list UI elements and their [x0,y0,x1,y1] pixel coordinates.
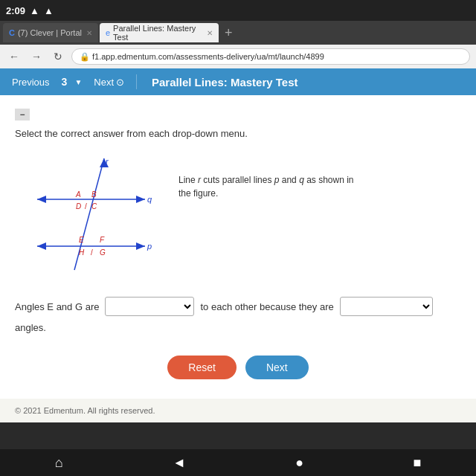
home-icon[interactable]: ⌂ [55,455,63,471]
tab-parallel[interactable]: e Parallel Lines: Mastery Test ✕ [100,23,219,42]
tab-favicon-clever: C [9,28,15,37]
chevron-down-icon: ▼ [74,78,82,86]
svg-text:/: / [85,202,87,210]
next-icon: ⊙ [116,77,124,88]
tab-label-parallel: Parallel Lines: Mastery Test [113,24,202,42]
question-suffix: angles. [15,322,46,333]
svg-text:E: E [79,236,84,244]
back-button[interactable]: ← [6,49,22,64]
svg-text:D: D [76,202,81,210]
diagram-description-text: Line r cuts parallel lines p and q as sh… [178,175,354,199]
tab-close-parallel[interactable]: ✕ [207,29,213,37]
svg-marker-4 [136,196,145,203]
svg-text:C: C [91,202,97,210]
svg-text:H: H [79,248,85,257]
svg-text:A: A [75,190,81,199]
svg-marker-5 [37,196,46,203]
svg-text:G: G [100,248,106,257]
geometry-diagram: r q A B D C / [22,151,156,285]
svg-text:B: B [91,190,97,199]
tab-clever[interactable]: C (7) Clever | Portal ✕ [3,23,98,42]
status-time: 2:09 [6,5,25,16]
app-toolbar: Previous 3 ▼ Next ⊙ Parallel Lines: Mast… [0,68,476,95]
previous-button[interactable]: Previous [7,74,54,91]
tab-bar: C (7) Clever | Portal ✕ e Parallel Lines… [0,21,476,45]
back-nav-icon[interactable]: ◄ [173,455,186,471]
reload-button[interactable]: ↻ [51,49,65,64]
reset-label: Reset [188,361,216,373]
svg-marker-13 [136,242,145,250]
instruction-text: Select the correct answer from each drop… [15,128,461,139]
next-button-toolbar[interactable]: Next ⊙ [89,74,129,91]
circle-nav-icon[interactable]: ● [295,455,303,471]
svg-text:F: F [100,236,105,244]
tab-favicon-parallel: e [106,28,110,37]
dropdown-relationship[interactable]: equal congruent supplementary [105,297,194,316]
diagram-description: Line r cuts parallel lines p and q as sh… [178,151,364,200]
url-input[interactable]: 🔒 f1.app.edmentum.com/assessments-delive… [71,48,470,65]
next-button[interactable]: Next [245,356,309,379]
button-row: Reset Next [15,348,461,387]
alert-icon2: ▲ [44,5,54,16]
next-label: Next [266,361,288,373]
question-prefix: Angles E and G are [15,301,99,312]
footer-text: © 2021 Edmentum. All rights reserved. [15,406,155,415]
svg-marker-14 [37,242,46,250]
svg-text:/: / [91,248,93,257]
svg-text:p: p [147,242,152,251]
bottom-nav: ⌂ ◄ ● ■ [0,449,476,476]
question-row: Angles E and G are equal congruent suppl… [15,297,461,333]
browser-chrome: C (7) Clever | Portal ✕ e Parallel Lines… [0,21,476,68]
tab-close-clever[interactable]: ✕ [86,29,92,37]
status-bar: 2:09 ▲ ▲ [0,0,476,21]
question-number: 3 [62,76,68,88]
reset-button[interactable]: Reset [167,356,237,379]
address-bar: ← → ↻ 🔒 f1.app.edmentum.com/assessments-… [0,45,476,68]
alert-icon1: ▲ [30,5,39,16]
url-text: f1.app.edmentum.com/assessments-delivery… [92,52,324,61]
tab-label-clever: (7) Clever | Portal [18,28,82,37]
svg-text:q: q [147,195,152,204]
question-middle: to each other because they are [200,301,333,312]
previous-label: Previous [12,77,50,88]
content-inner: − Select the correct answer from each dr… [0,95,476,399]
dropdown-angle-type[interactable]: alternate interior alternate exterior co… [340,297,433,316]
new-tab-button[interactable]: + [220,25,237,41]
toolbar-divider [136,74,137,89]
svg-text:r: r [106,157,109,166]
footer: © 2021 Edmentum. All rights reserved. [0,399,476,422]
square-nav-icon[interactable]: ■ [413,455,421,471]
page-title: Parallel Lines: Mastery Test [152,76,298,89]
next-label-toolbar: Next [94,77,114,88]
diagram-container: r q A B D C / [15,151,461,285]
collapse-button[interactable]: − [15,109,30,120]
forward-button[interactable]: → [28,49,45,64]
content-area: − Select the correct answer from each dr… [0,95,476,422]
lock-icon: 🔒 [80,52,90,62]
